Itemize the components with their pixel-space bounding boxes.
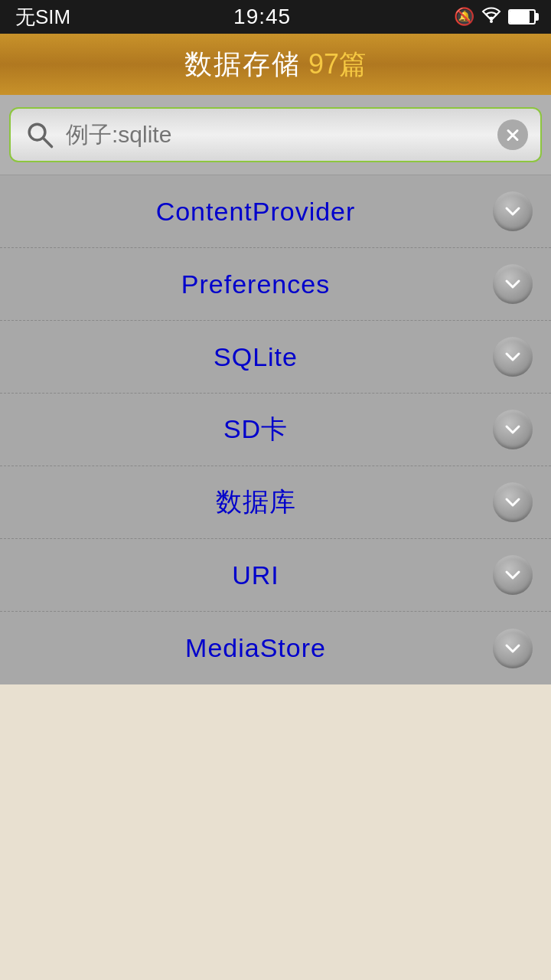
list-item[interactable]: SQLite (0, 321, 551, 394)
list-item[interactable]: URI (0, 539, 551, 612)
list-container: ContentProvider Preferences SQLite SD卡 (0, 175, 551, 684)
chevron-button[interactable] (493, 555, 533, 595)
list-item[interactable]: SD卡 (0, 394, 551, 466)
chevron-down-icon (502, 638, 523, 659)
alarm-icon: 🔕 (454, 7, 474, 27)
chevron-button[interactable] (493, 337, 533, 377)
header: 数据存储 97篇 (0, 34, 551, 95)
item-label: MediaStore (18, 633, 493, 663)
search-bar (9, 107, 542, 162)
bottom-area (0, 684, 551, 929)
search-icon (25, 120, 54, 149)
item-label: SD卡 (18, 412, 493, 447)
chevron-button[interactable] (493, 629, 533, 668)
carrier-label: 无SIM (15, 4, 70, 31)
list-item[interactable]: Preferences (0, 248, 551, 321)
chevron-down-icon (502, 492, 523, 513)
status-icons: 🔕 (454, 6, 536, 28)
list-item[interactable]: ContentProvider (0, 175, 551, 248)
header-title: 数据存储 (184, 46, 301, 83)
list-item[interactable]: 数据库 (0, 466, 551, 539)
chevron-button[interactable] (493, 191, 533, 231)
wifi-icon (481, 6, 502, 28)
time-label: 19:45 (233, 5, 291, 29)
battery-icon (508, 9, 536, 24)
list-item[interactable]: MediaStore (0, 612, 551, 684)
item-label: URI (18, 560, 493, 590)
clear-button[interactable] (497, 119, 528, 150)
item-label: 数据库 (18, 485, 493, 520)
chevron-button[interactable] (493, 482, 533, 522)
chevron-down-icon (502, 201, 523, 222)
item-label: SQLite (18, 342, 493, 372)
svg-line-2 (43, 138, 51, 146)
chevron-down-icon (502, 346, 523, 368)
chevron-down-icon (502, 419, 523, 440)
item-label: Preferences (18, 270, 493, 299)
chevron-down-icon (502, 273, 523, 295)
header-count: 97篇 (308, 46, 367, 83)
chevron-button[interactable] (493, 410, 533, 449)
search-container (0, 95, 551, 175)
search-input[interactable] (57, 122, 497, 148)
chevron-down-icon (502, 564, 523, 586)
chevron-button[interactable] (493, 264, 533, 304)
svg-point-0 (490, 20, 493, 23)
status-bar: 无SIM 19:45 🔕 (0, 0, 551, 34)
item-label: ContentProvider (18, 197, 493, 227)
search-icon-wrap (23, 118, 57, 152)
